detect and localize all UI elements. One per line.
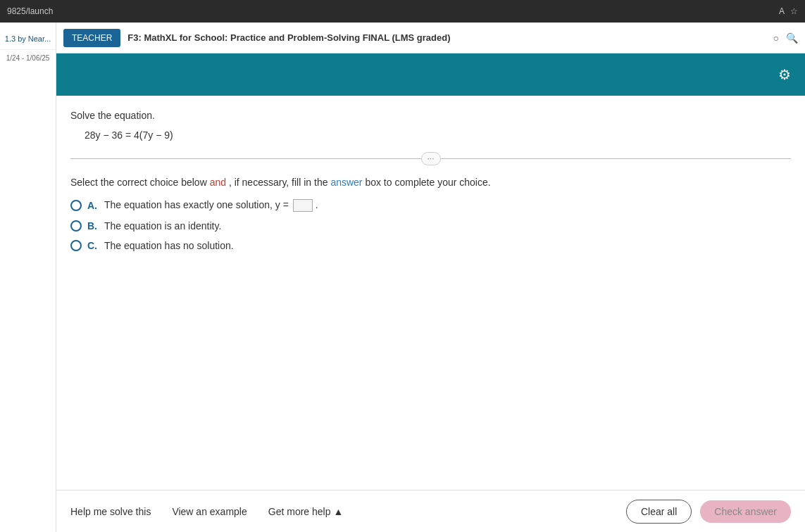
and-word: and [210,177,226,188]
solve-text: Solve the equation. [70,110,791,121]
browser-icons: A ☆ [779,6,798,16]
choice-label-c: C. [87,240,99,251]
sidebar: 1.3 by Near... 1/24 - 1/06/25 [0,23,56,532]
divider-line-right [441,158,792,159]
main-layout: 1.3 by Near... 1/24 - 1/06/25 TEACHER F3… [0,23,805,532]
choice-text-a: The equation has exactly one solution, y… [104,199,318,212]
divider-line-left [70,158,421,159]
main-content: TEACHER F3: MathXL for School: Practice … [56,23,805,532]
header-bar: TEACHER F3: MathXL for School: Practice … [56,23,805,53]
choice-text-c: The equation has no solution. [104,240,234,251]
choice-row-a: A. The equation has exactly one solution… [70,199,791,212]
star-icon: ☆ [790,6,798,16]
choice-label-a: A. [87,200,99,211]
check-answer-button[interactable]: Check answer [700,500,791,523]
clear-all-button[interactable]: Clear all [626,500,692,524]
sidebar-item-near[interactable]: 1.3 by Near... [0,28,56,50]
help-me-solve-link[interactable]: Help me solve this [70,506,151,517]
radio-a[interactable] [70,200,82,211]
bottom-left: Help me solve this View an example Get m… [70,506,343,517]
bottom-toolbar: Help me solve this View an example Get m… [56,490,805,532]
teal-banner: ⚙ [56,53,805,96]
browser-bar: 9825/launch A ☆ [0,0,805,23]
choice-label-b: B. [87,220,99,232]
divider: ··· [70,152,791,165]
get-more-help[interactable]: Get more help ▲ [268,506,344,517]
radio-b[interactable] [70,220,82,232]
choice-text-b: The equation is an identity. [104,220,221,232]
choice-row-b: B. The equation is an identity. [70,220,791,232]
font-icon: A [779,6,785,16]
bottom-right: Clear all Check answer [626,500,791,524]
search-icon[interactable]: 🔍 [786,32,798,44]
circle-icon: ○ [773,32,779,44]
answer-input-a[interactable] [293,199,313,212]
choices-container: A. The equation has exactly one solution… [70,199,791,251]
answer-word: answer [330,177,362,188]
view-example-link[interactable]: View an example [172,506,247,517]
header-icons: ○ 🔍 [773,32,798,44]
instructions: Select the correct choice below and , if… [70,177,791,188]
question-area: Solve the equation. 28y − 36 = 4(7y − 9)… [56,96,805,490]
gear-icon[interactable]: ⚙ [778,66,791,83]
radio-c[interactable] [70,240,82,251]
teacher-button[interactable]: TEACHER [63,29,120,47]
divider-dots: ··· [421,152,441,165]
sidebar-date: 1/24 - 1/06/25 [0,50,56,66]
header-title: F3: MathXL for School: Practice and Prob… [127,32,766,43]
browser-url: 9825/launch [7,6,53,16]
choice-row-c: C. The equation has no solution. [70,240,791,251]
chevron-up-icon: ▲ [333,506,343,517]
equation: 28y − 36 = 4(7y − 9) [85,129,791,141]
